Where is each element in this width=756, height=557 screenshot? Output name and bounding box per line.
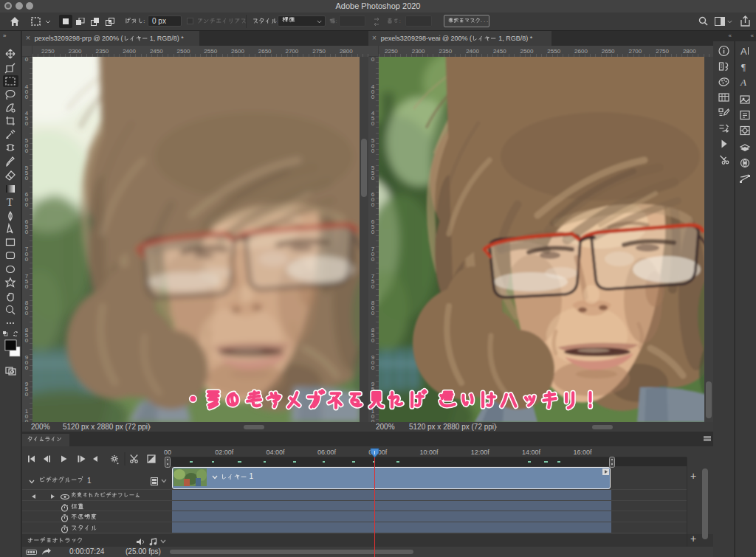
- svg-text:¶: ¶: [741, 61, 746, 72]
- svg-text::: :: [399, 18, 401, 24]
- svg-text:.: .: [487, 18, 488, 23]
- svg-text:.: .: [484, 18, 485, 23]
- svg-text:A: A: [740, 77, 746, 88]
- svg-text:A: A: [740, 46, 747, 57]
- svg-text:.: .: [481, 18, 482, 23]
- svg-text::: :: [335, 18, 337, 24]
- svg-text::: :: [143, 18, 145, 24]
- svg-text:T: T: [7, 197, 13, 208]
